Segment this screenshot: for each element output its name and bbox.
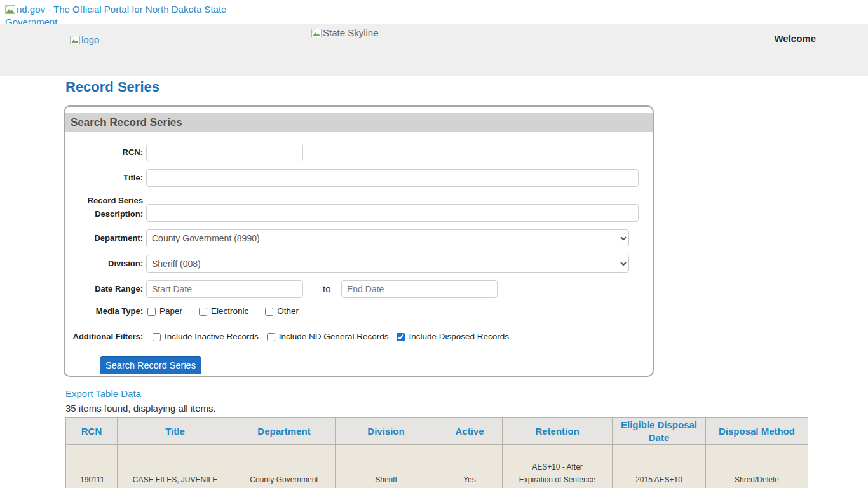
date-range-to-text: to xyxy=(323,280,331,298)
filter-include-disposed-checkbox[interactable] xyxy=(397,333,405,341)
media-type-label: Media Type: xyxy=(70,305,143,318)
media-other-checkbox[interactable] xyxy=(265,308,273,316)
welcome-text: Welcome xyxy=(774,33,816,44)
logo-link[interactable]: logo xyxy=(70,34,99,45)
cell-division: Sheriff xyxy=(336,445,437,488)
table-row: 190111 CASE FILES, JUVENILE County Gover… xyxy=(66,445,808,488)
column-header-disposal-method[interactable]: Disposal Method xyxy=(706,418,808,445)
cell-active: Yes xyxy=(437,445,503,488)
department-label: Department: xyxy=(70,229,143,247)
title-label: Title: xyxy=(70,169,143,187)
cell-department: County Government xyxy=(233,445,336,488)
broken-image-icon xyxy=(70,36,80,44)
filter-include-inactive-label: Include Inactive Records xyxy=(165,330,259,343)
filter-disposed-item: Include Disposed Records xyxy=(397,330,509,343)
results-table: RCN Title Department Division Active Ret… xyxy=(65,417,808,488)
description-label: Record Series Description: xyxy=(70,194,143,220)
start-date-input[interactable] xyxy=(146,280,303,298)
skyline-image: State Skyline xyxy=(311,27,379,38)
rcn-label: RCN: xyxy=(70,144,143,161)
title-input[interactable] xyxy=(146,169,639,187)
search-panel-title: Search Record Series xyxy=(65,113,653,132)
media-paper-item: Paper xyxy=(147,305,182,318)
table-header-row: RCN Title Department Division Active Ret… xyxy=(66,418,808,445)
broken-image-icon xyxy=(5,5,15,14)
additional-filters-group: Include Inactive Records Include ND Gene… xyxy=(153,330,509,343)
filter-include-disposed-label: Include Disposed Records xyxy=(409,330,509,343)
cell-eligible-disposal-date: 2015 AES+10 xyxy=(613,445,706,488)
media-paper-label: Paper xyxy=(159,305,182,318)
logo-alt-text: logo xyxy=(81,34,99,45)
skyline-alt-text: State Skyline xyxy=(323,27,379,38)
cell-disposal-method: Shred/Delete xyxy=(706,445,808,488)
description-input[interactable] xyxy=(146,204,639,222)
column-header-eligible-disposal-date[interactable]: Eligible Disposal Date xyxy=(613,418,706,445)
media-electronic-item: Electronic xyxy=(199,305,248,318)
rcn-input[interactable] xyxy=(146,144,303,161)
column-header-retention[interactable]: Retention xyxy=(503,418,613,445)
filter-include-nd-general-label: Include ND General Records xyxy=(279,330,389,343)
date-range-label: Date Range: xyxy=(70,280,143,298)
division-select[interactable]: Sheriff (008) xyxy=(146,255,629,273)
cell-rcn: 190111 xyxy=(66,445,118,488)
filter-include-nd-general-checkbox[interactable] xyxy=(267,333,275,341)
cell-retention: AES+10 - After Expiration of Sentence Pl… xyxy=(503,445,613,488)
media-electronic-checkbox[interactable] xyxy=(199,308,207,316)
broken-image-icon xyxy=(311,29,322,37)
results-summary: 35 items found, displaying all items. xyxy=(65,403,216,414)
page-title: Record Series xyxy=(65,79,159,95)
filter-nd-general-item: Include ND General Records xyxy=(267,330,389,343)
media-paper-checkbox[interactable] xyxy=(147,308,156,316)
export-table-data-link[interactable]: Export Table Data xyxy=(65,388,141,399)
division-label: Division: xyxy=(70,255,143,273)
media-other-item: Other xyxy=(265,305,299,318)
media-type-group: Paper Electronic Other xyxy=(147,305,299,318)
filter-include-inactive-checkbox[interactable] xyxy=(153,333,161,341)
media-other-label: Other xyxy=(277,305,299,318)
additional-filters-label: Additional Filters: xyxy=(70,330,143,343)
column-header-department[interactable]: Department xyxy=(233,418,336,445)
department-select[interactable]: County Government (8990) xyxy=(146,229,629,247)
column-header-division[interactable]: Division xyxy=(336,418,437,445)
end-date-input[interactable] xyxy=(341,280,498,298)
search-panel: Search Record Series RCN: Title: Record … xyxy=(64,105,654,377)
column-header-active[interactable]: Active xyxy=(437,418,503,445)
column-header-rcn[interactable]: RCN xyxy=(66,418,118,445)
header-bar: logo State Skyline Welcome xyxy=(0,24,868,76)
search-record-series-button[interactable]: Search Record Series xyxy=(100,356,201,374)
column-header-title[interactable]: Title xyxy=(118,418,233,445)
media-electronic-label: Electronic xyxy=(211,305,248,318)
cell-title: CASE FILES, JUVENILE xyxy=(118,445,233,488)
filter-inactive-item: Include Inactive Records xyxy=(153,330,259,343)
